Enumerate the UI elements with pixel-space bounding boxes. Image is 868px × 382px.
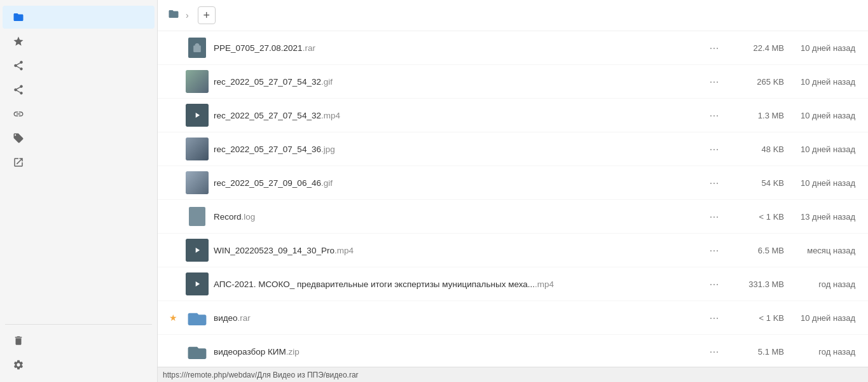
sidebar-item-metki[interactable] — [3, 127, 155, 150]
file-extension: .zip — [286, 347, 300, 357]
file-thumbnail — [186, 340, 209, 363]
file-actions: ··· — [701, 275, 727, 294]
file-thumbnail — [186, 272, 209, 295]
file-actions: ··· — [701, 106, 727, 125]
status-bar: https:///remote.php/webdav/Для Видео из … — [158, 367, 868, 382]
file-thumb-log — [189, 207, 205, 226]
file-name[interactable]: Record.log — [214, 212, 701, 222]
share-others-icon — [13, 84, 24, 96]
star-placeholder: ★ — [165, 245, 181, 255]
file-thumbnail — [186, 104, 209, 127]
file-name[interactable]: rec_2022_05_27_07_54_36.jpg — [214, 145, 701, 154]
file-thumb-image — [186, 138, 209, 160]
file-name[interactable]: rec_2022_05_27_07_54_32.mp4 — [214, 111, 701, 120]
file-name[interactable]: rec_2022_05_27_09_06_46.gif — [214, 178, 701, 188]
breadcrumb: › + — [158, 0, 868, 31]
table-row: ★ видео.rar ··· < 1 KB 10 дней назад — [158, 301, 868, 335]
table-row: ★ PPE_0705_27.08.2021.rar ··· 22.4 MB 10… — [158, 31, 868, 65]
star-placeholder: ★ — [165, 178, 181, 188]
sidebar-item-shared-with-others[interactable] — [3, 78, 155, 101]
star-icon[interactable]: ★ — [169, 144, 177, 154]
star-placeholder: ★ — [165, 313, 181, 323]
settings-icon — [13, 359, 24, 371]
trash-icon — [13, 335, 24, 346]
file-more-button[interactable]: ··· — [706, 106, 721, 125]
file-thumb-archive — [188, 38, 206, 58]
file-extension: .gif — [321, 178, 333, 188]
table-row: ★ rec_2022_05_27_07_54_36.jpg ··· 48 KB … — [158, 132, 868, 166]
file-actions: ··· — [701, 208, 727, 226]
file-date: 10 дней назад — [784, 111, 860, 120]
file-date: год назад — [784, 279, 860, 289]
sidebar-item-external[interactable] — [3, 151, 155, 174]
file-date: 13 дней назад — [784, 212, 860, 222]
star-icon[interactable]: ★ — [169, 313, 177, 323]
file-name[interactable]: WIN_20220523_09_14_30_Pro.mp4 — [214, 246, 701, 255]
sidebar-item-all-files[interactable] — [3, 6, 155, 29]
breadcrumb-all-files[interactable] — [168, 8, 182, 22]
table-row: ★ rec_2022_05_27_07_54_32.mp4 ··· 1.3 MB… — [158, 99, 868, 132]
star-icon[interactable]: ★ — [169, 43, 177, 53]
star-icon[interactable]: ★ — [169, 110, 177, 120]
external-icon — [13, 157, 24, 168]
file-more-button[interactable]: ··· — [706, 241, 721, 260]
breadcrumb-folder-icon — [168, 8, 179, 22]
file-thumbnail — [186, 205, 209, 228]
status-url: https:///remote.php/webdav/Для Видео из … — [163, 371, 359, 379]
table-row: ★ rec_2022_05_27_07_54_32.gif ··· 265 KB… — [158, 65, 868, 99]
breadcrumb-add-button[interactable]: + — [198, 6, 216, 24]
file-more-button[interactable]: ··· — [706, 208, 721, 226]
file-size: 54 KB — [727, 178, 784, 188]
file-actions: ··· — [701, 174, 727, 192]
file-more-button[interactable]: ··· — [706, 140, 721, 159]
table-row: ★ видеоразбор КИМ.zip ··· 5.1 MB год наз… — [158, 335, 868, 367]
file-date: год назад — [784, 347, 860, 357]
breadcrumb-separator: › — [186, 10, 189, 20]
star-icon[interactable]: ★ — [169, 245, 177, 255]
file-name[interactable]: видео.rar — [214, 313, 701, 323]
sidebar-item-shared-by-link[interactable] — [3, 103, 155, 125]
file-name[interactable]: PPE_0705_27.08.2021.rar — [214, 43, 701, 53]
main-content: › + ★ PPE_0705_27.08.2021.rar ··· 22.4 M… — [158, 0, 868, 382]
share-icon — [13, 60, 24, 71]
file-name[interactable]: видеоразбор КИМ.zip — [214, 347, 701, 357]
file-thumb-image — [186, 70, 209, 93]
file-extension: .mp4 — [334, 246, 354, 255]
file-name[interactable]: rec_2022_05_27_07_54_32.gif — [214, 77, 701, 87]
file-actions: ··· — [701, 140, 727, 159]
file-actions: ··· — [701, 343, 727, 361]
sidebar-item-shared-with-you[interactable] — [3, 54, 155, 77]
file-name[interactable]: АПС-2021. МСОКО_ предварительные итоги э… — [214, 279, 701, 289]
file-extension: .mp4 — [321, 111, 340, 120]
file-thumb-folder — [186, 340, 209, 363]
file-size: 48 KB — [727, 145, 784, 154]
sidebar-item-favorites[interactable] — [3, 30, 155, 53]
file-thumb-image — [186, 171, 209, 194]
star-placeholder: ★ — [165, 211, 181, 222]
file-size: < 1 KB — [727, 313, 784, 323]
file-more-button[interactable]: ··· — [706, 174, 721, 192]
file-actions: ··· — [701, 39, 727, 57]
file-size: 5.1 MB — [727, 347, 784, 357]
sidebar-item-settings[interactable] — [3, 353, 155, 376]
tag-icon — [13, 132, 24, 144]
file-more-button[interactable]: ··· — [706, 343, 721, 361]
table-row: ★ АПС-2021. МСОКО_ предварительные итоги… — [158, 267, 868, 301]
file-more-button[interactable]: ··· — [706, 73, 721, 91]
file-extension: .jpg — [321, 145, 335, 154]
link-icon — [13, 108, 24, 120]
star-icon[interactable]: ★ — [169, 76, 177, 87]
file-more-button[interactable]: ··· — [706, 39, 721, 57]
file-extension: .gif — [321, 77, 333, 87]
file-more-button[interactable]: ··· — [706, 275, 721, 294]
star-placeholder: ★ — [165, 279, 181, 289]
star-icon[interactable]: ★ — [169, 279, 177, 289]
file-more-button[interactable]: ··· — [706, 309, 721, 327]
star-icon[interactable]: ★ — [169, 346, 177, 357]
file-actions: ··· — [701, 241, 727, 260]
file-date: месяц назад — [784, 246, 860, 255]
star-icon[interactable]: ★ — [169, 211, 177, 222]
sidebar-item-deleted[interactable] — [3, 329, 155, 352]
star-placeholder: ★ — [165, 76, 181, 87]
star-icon[interactable]: ★ — [169, 178, 177, 188]
